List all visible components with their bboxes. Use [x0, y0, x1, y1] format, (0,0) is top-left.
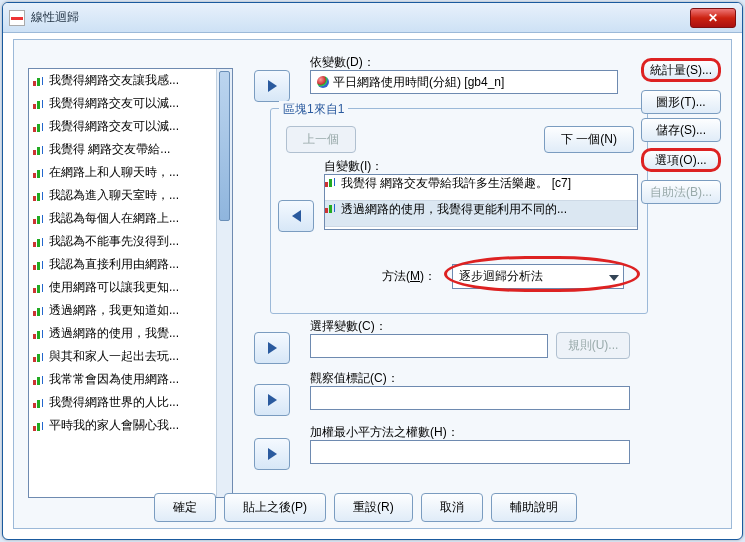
options-button[interactable]: 選項(O)... [641, 148, 721, 172]
wls-field[interactable] [310, 440, 630, 464]
block-title: 區塊1來自1 [279, 101, 348, 118]
list-item[interactable]: 我認為直接利用由網路... [29, 253, 232, 276]
list-item-label: 我認為進入聊天室時，... [49, 187, 179, 204]
list-item-label: 透過網路的使用，我覺... [49, 325, 179, 342]
selection-var-label: 選擇變數(C)： [310, 318, 387, 335]
list-item[interactable]: 透過網路，我更知道如... [29, 299, 232, 322]
move-to-independent-button[interactable] [278, 200, 314, 232]
scale-icon [33, 398, 45, 408]
cancel-button[interactable]: 取消 [421, 493, 483, 522]
list-item-label: 在網路上和人聊天時，... [49, 164, 179, 181]
list-item-label: 我覺得網路世界的人比... [49, 394, 179, 411]
plots-button[interactable]: 圖形(T)... [641, 90, 721, 114]
method-combo[interactable]: 逐步迴歸分析法 [452, 264, 624, 289]
window-title: 線性迴歸 [31, 9, 690, 26]
list-item-label: 我認為直接利用由網路... [49, 256, 179, 273]
scale-icon [33, 306, 45, 316]
arrow-right-icon [268, 342, 277, 354]
scale-icon [33, 352, 45, 362]
independent-list[interactable]: 我覺得 網路交友帶給我許多生活樂趣。 [c7]透過網路的使用，我覺得更能利用不同… [324, 174, 638, 230]
list-item[interactable]: 使用網路可以讓我更知... [29, 276, 232, 299]
list-item[interactable]: 我常常會因為使用網路... [29, 368, 232, 391]
list-item[interactable]: 透過網路的使用，我覺... [29, 322, 232, 345]
list-item-label: 我覺得 網路交友帶給... [49, 141, 170, 158]
list-item[interactable]: 我覺得 網路交友帶給... [29, 138, 232, 161]
nominal-icon [317, 76, 329, 88]
statistics-button[interactable]: 統計量(S)... [641, 58, 721, 82]
list-item-label: 透過網路，我更知道如... [49, 302, 179, 319]
previous-block-button: 上一個 [286, 126, 356, 153]
scale-icon [325, 177, 337, 187]
scale-icon [33, 260, 45, 270]
list-item[interactable]: 我認為每個人在網路上... [29, 207, 232, 230]
list-item[interactable]: 我認為進入聊天室時，... [29, 184, 232, 207]
scale-icon [33, 375, 45, 385]
titlebar: 線性迴歸 ✕ [3, 3, 742, 33]
dependent-value: 平日網路使用時間(分組) [gb4_n] [333, 74, 504, 91]
list-item[interactable]: 我覺得網路交友可以減... [29, 115, 232, 138]
app-icon [9, 10, 25, 26]
help-button[interactable]: 輔助說明 [491, 493, 577, 522]
ok-button[interactable]: 確定 [154, 493, 216, 522]
independent-label: 自變數(I)： [324, 158, 383, 175]
arrow-left-icon [292, 210, 301, 222]
scale-icon [33, 168, 45, 178]
selection-var-field[interactable] [310, 334, 548, 358]
move-to-dependent-button[interactable] [254, 70, 290, 102]
list-item[interactable]: 透過網路的使用，我覺得更能利用不同的... [325, 201, 637, 227]
list-item-label: 我覺得網路交友可以減... [49, 95, 179, 112]
scale-icon [33, 283, 45, 293]
list-item[interactable]: 與其和家人一起出去玩... [29, 345, 232, 368]
list-item-label: 我覺得 網路交友帶給我許多生活樂趣。 [c7] [341, 176, 571, 190]
list-item[interactable]: 我認為不能事先沒得到... [29, 230, 232, 253]
save-button[interactable]: 儲存(S)... [641, 118, 721, 142]
dependent-field[interactable]: 平日網路使用時間(分組) [gb4_n] [310, 70, 618, 94]
list-item[interactable]: 平時我的家人會關心我... [29, 414, 232, 437]
list-item-label: 我覺得網路交友可以減... [49, 118, 179, 135]
method-label: 方法(M)： [382, 268, 436, 285]
list-item[interactable]: 在網路上和人聊天時，... [29, 161, 232, 184]
scale-icon [325, 203, 337, 213]
list-item-label: 平時我的家人會關心我... [49, 417, 179, 434]
list-item-label: 與其和家人一起出去玩... [49, 348, 179, 365]
move-to-wls-button[interactable] [254, 438, 290, 470]
list-item[interactable]: 我覺得網路交友讓我感... [29, 69, 232, 92]
dependent-label: 依變數(D)： [310, 54, 375, 71]
scale-icon [33, 237, 45, 247]
list-item-label: 使用網路可以讓我更知... [49, 279, 179, 296]
scale-icon [33, 191, 45, 201]
wls-label: 加權最小平方法之權數(H)： [310, 424, 459, 441]
scrollbar[interactable] [216, 69, 232, 497]
list-item-label: 透過網路的使用，我覺得更能利用不同的... [341, 202, 567, 216]
close-button[interactable]: ✕ [690, 8, 736, 28]
scale-icon [33, 421, 45, 431]
scroll-thumb[interactable] [219, 71, 230, 221]
source-variable-list[interactable]: 我覺得網路交友讓我感...我覺得網路交友可以減...我覺得網路交友可以減...我… [28, 68, 233, 498]
move-to-selection-button[interactable] [254, 332, 290, 364]
move-to-caselabel-button[interactable] [254, 384, 290, 416]
reset-button[interactable]: 重設(R) [334, 493, 413, 522]
dialog-body: 我覺得網路交友讓我感...我覺得網路交友可以減...我覺得網路交友可以減...我… [13, 39, 732, 529]
list-item-label: 我認為不能事先沒得到... [49, 233, 179, 250]
arrow-right-icon [268, 394, 277, 406]
scale-icon [33, 214, 45, 224]
paste-button[interactable]: 貼上之後(P) [224, 493, 326, 522]
list-item[interactable]: 我覺得網路交友可以減... [29, 92, 232, 115]
list-item-label: 我常常會因為使用網路... [49, 371, 179, 388]
scale-icon [33, 76, 45, 86]
scale-icon [33, 145, 45, 155]
list-item[interactable]: 我覺得網路世界的人比... [29, 391, 232, 414]
scale-icon [33, 329, 45, 339]
list-item-label: 我認為每個人在網路上... [49, 210, 179, 227]
scale-icon [33, 99, 45, 109]
bottom-button-row: 確定 貼上之後(P) 重設(R) 取消 輔助說明 [154, 493, 577, 522]
scale-icon [33, 122, 45, 132]
list-item-label: 我覺得網路交友讓我感... [49, 72, 179, 89]
method-value: 逐步迴歸分析法 [459, 269, 543, 283]
next-block-button[interactable]: 下 一個(N) [544, 126, 634, 153]
list-item[interactable]: 我覺得 網路交友帶給我許多生活樂趣。 [c7] [325, 175, 637, 201]
case-label-field[interactable] [310, 386, 630, 410]
bootstrap-button: 自助法(B)... [641, 180, 721, 204]
rule-button: 規則(U)... [556, 332, 630, 359]
case-label-label: 觀察值標記(C)： [310, 370, 399, 387]
